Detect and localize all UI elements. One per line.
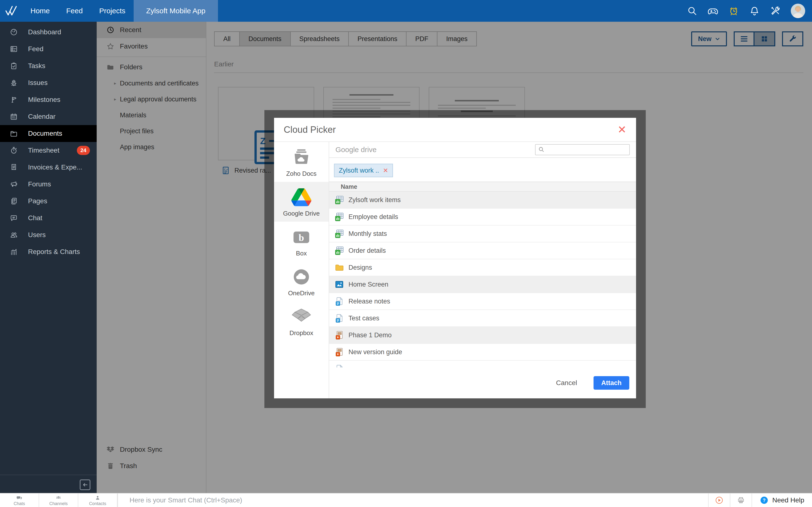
- search-icon: [538, 146, 545, 153]
- search-icon[interactable]: [687, 6, 698, 16]
- active-project-tab[interactable]: Zylsoft Mobile App: [134, 0, 218, 22]
- tools-icon[interactable]: [770, 6, 780, 16]
- sidebar-item-dashboard[interactable]: Dashboard: [0, 24, 97, 41]
- chip-remove-icon[interactable]: ✕: [383, 167, 388, 174]
- google-drive-icon: [291, 187, 311, 208]
- sidebar-item-timesheet[interactable]: Timesheet24: [0, 142, 97, 159]
- sidebar-item-pages[interactable]: Pages: [0, 193, 97, 210]
- sidebar-item-tasks[interactable]: Tasks: [0, 57, 97, 74]
- zoho-projects-logo-icon[interactable]: [0, 0, 22, 22]
- notifications-icon[interactable]: [749, 6, 760, 16]
- file-row-order-details[interactable]: Order details: [329, 242, 636, 259]
- file-name: Phase 1 Demo: [349, 332, 392, 339]
- modal-shadow-frame: Cloud Picker ✕ Zoho DocsGoogle DrivebBox…: [264, 110, 646, 408]
- file-row-phase-1-demo[interactable]: Phase 1 Demo: [329, 327, 636, 344]
- play-button[interactable]: [709, 496, 730, 504]
- file-row-designs[interactable]: Designs: [329, 259, 636, 276]
- file-row-monthly-stats[interactable]: Monthly stats: [329, 225, 636, 242]
- user-avatar[interactable]: [791, 4, 805, 18]
- pages-icon: [10, 197, 18, 205]
- file-name: Test cases: [349, 315, 379, 322]
- provider-tab-dropbox[interactable]: Dropbox: [274, 301, 329, 341]
- chat-icon: [10, 214, 18, 222]
- sidebar-item-invoices-expe[interactable]: Invoices & Expe...: [0, 159, 97, 176]
- provider-tab-onedrive[interactable]: OneDrive: [274, 262, 329, 301]
- chat-tab-chats[interactable]: Chats: [0, 494, 39, 507]
- cancel-button[interactable]: Cancel: [553, 379, 580, 387]
- sidebar-item-label: Milestones: [28, 96, 60, 104]
- document-icon: [335, 364, 344, 368]
- modal-footer: Cancel Attach: [329, 368, 636, 398]
- spreadsheet-icon: [335, 229, 344, 238]
- need-help-button[interactable]: ? Need Help: [752, 496, 812, 505]
- sidebar-collapse-button[interactable]: [80, 480, 90, 490]
- provider-label: OneDrive: [288, 289, 315, 297]
- modal-search: [535, 144, 630, 155]
- provider-header: Google drive: [329, 142, 636, 158]
- reports-icon: [10, 248, 18, 256]
- sidebar-item-reports-charts[interactable]: Reports & Charts: [0, 243, 97, 260]
- sidebar-footer: [0, 475, 97, 494]
- chat-tab-contacts[interactable]: Contacts: [78, 494, 117, 507]
- svg-text:b: b: [299, 232, 304, 243]
- file-row-release-notes[interactable]: Release notes: [329, 293, 636, 310]
- file-name: New version guide: [349, 348, 402, 356]
- sidebar-item-documents[interactable]: Documents: [0, 125, 97, 142]
- file-name: Zylsoft work items: [349, 196, 401, 204]
- file-row-test-cases[interactable]: Test cases: [329, 310, 636, 327]
- sidebar-item-forums[interactable]: Forums: [0, 176, 97, 193]
- selected-file-chip[interactable]: Zylsoft work .. ✕: [334, 164, 393, 177]
- nav-item-feed[interactable]: Feed: [58, 0, 91, 22]
- file-row[interactable]: [329, 361, 636, 368]
- sidebar-item-users[interactable]: Users: [0, 226, 97, 243]
- file-list: Zylsoft work itemsEmployee detailsMonthl…: [329, 192, 636, 368]
- smart-chat-input[interactable]: Here is your Smart Chat (Ctrl+Space): [118, 494, 708, 507]
- file-row-employee-details[interactable]: Employee details: [329, 209, 636, 225]
- provider-label: Zoho Docs: [286, 170, 317, 177]
- dashboard-icon: [10, 28, 18, 36]
- sidebar-item-chat[interactable]: Chat: [0, 210, 97, 226]
- sidebar-item-label: Reports & Charts: [28, 248, 80, 256]
- sidebar-item-issues[interactable]: Issues: [0, 74, 97, 91]
- presentation-icon: [335, 348, 344, 356]
- modal-title-bar: Cloud Picker ✕: [274, 118, 636, 142]
- nav-item-home[interactable]: Home: [22, 0, 58, 22]
- provider-label: Box: [296, 249, 307, 257]
- bottom-chat-bar: ChatsChannelsContacts Here is your Smart…: [0, 493, 812, 507]
- nav-item-projects[interactable]: Projects: [91, 0, 134, 22]
- contacts-icon: [95, 495, 101, 501]
- attach-button[interactable]: Attach: [594, 376, 629, 390]
- feed-icon: [10, 45, 18, 53]
- games-icon[interactable]: [708, 6, 718, 16]
- spreadsheet-icon: [335, 213, 344, 221]
- printer-icon: [737, 496, 745, 504]
- file-row-new-version-guide[interactable]: New version guide: [329, 344, 636, 361]
- chats-icon: [16, 495, 22, 501]
- forums-icon: [10, 180, 18, 188]
- file-row-home-screen[interactable]: Home Screen: [329, 276, 636, 293]
- sidebar-item-milestones[interactable]: Milestones: [0, 91, 97, 108]
- help-icon: ?: [760, 496, 768, 505]
- sidebar-item-label: Feed: [28, 45, 44, 53]
- sidebar-item-calendar[interactable]: Calendar: [0, 108, 97, 125]
- provider-tab-zoho-docs[interactable]: Zoho Docs: [274, 142, 329, 182]
- print-button[interactable]: [730, 496, 752, 504]
- chip-label: Zylsoft work ..: [339, 167, 379, 174]
- onedrive-icon: [291, 266, 311, 288]
- timer-icon[interactable]: [728, 6, 739, 16]
- chat-tab-channels[interactable]: Channels: [39, 494, 78, 507]
- box-icon: b: [291, 226, 311, 248]
- spreadsheet-icon: [335, 195, 344, 204]
- provider-header-label: Google drive: [336, 146, 376, 154]
- sidebar-item-feed[interactable]: Feed: [0, 41, 97, 57]
- close-icon[interactable]: ✕: [617, 124, 626, 135]
- cloud-search-input[interactable]: [535, 144, 630, 155]
- name-column-header: Name: [341, 183, 357, 190]
- provider-tab-box[interactable]: bBox: [274, 222, 329, 262]
- channels-icon: [56, 495, 61, 501]
- file-row-zylsoft-work-items[interactable]: Zylsoft work items: [329, 192, 636, 209]
- provider-tab-google-drive[interactable]: Google Drive: [274, 182, 329, 222]
- timesheet-badge: 24: [77, 146, 90, 155]
- chat-bar-tabs: ChatsChannelsContacts: [0, 494, 117, 507]
- sidebar-item-label: Tasks: [28, 62, 45, 70]
